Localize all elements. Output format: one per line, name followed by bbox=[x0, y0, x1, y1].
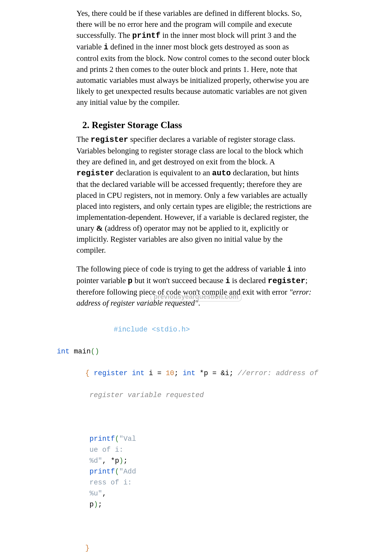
ampersand: & bbox=[96, 224, 103, 233]
heading-register-storage-class: 2. Register Storage Class bbox=[82, 119, 366, 130]
code-text: *p = &i; bbox=[196, 369, 238, 377]
text: is declared bbox=[230, 276, 268, 285]
code-paren-close: ) bbox=[94, 500, 98, 509]
text: but it won't succeed because bbox=[133, 276, 225, 285]
code-paren-open: ( bbox=[115, 468, 119, 476]
code-fn-printf: printf bbox=[85, 468, 115, 476]
code-semi: ; bbox=[98, 500, 102, 509]
code-number-10: 10 bbox=[166, 369, 174, 377]
code-register: register bbox=[268, 277, 305, 285]
code-i: i bbox=[225, 277, 230, 285]
paragraph-register-1: The register specifier declares a variab… bbox=[77, 134, 312, 256]
code-brace-open: { bbox=[85, 369, 90, 377]
text: The following piece of code is trying to… bbox=[77, 264, 287, 273]
text: The bbox=[77, 135, 91, 144]
code-fn-main: main bbox=[70, 347, 91, 356]
code-keyword-int: int bbox=[183, 369, 196, 377]
code-parens: () bbox=[91, 347, 99, 356]
code-comment: register variable requested bbox=[85, 391, 204, 399]
code-register: register bbox=[91, 135, 128, 144]
paragraph-intro: Yes, there could be if these variables a… bbox=[77, 8, 312, 108]
code-text: ; bbox=[174, 369, 183, 377]
code-keyword-int: int bbox=[132, 369, 145, 377]
paragraph-register-2: The following piece of code is trying to… bbox=[77, 263, 312, 309]
code-keyword-register: register bbox=[90, 369, 132, 377]
text: declaration is equivalent to an bbox=[114, 168, 212, 177]
code-text: i = bbox=[144, 369, 166, 377]
code-semi: ; bbox=[123, 457, 128, 465]
text: declaration, but hints that the declared… bbox=[77, 168, 312, 233]
code-include: #include <stdio.h> bbox=[114, 325, 190, 334]
code-paren-close: ) bbox=[119, 457, 124, 465]
code-auto: auto bbox=[212, 169, 231, 178]
code-i: i bbox=[104, 43, 108, 52]
code-printf: printf bbox=[132, 31, 160, 40]
text: . bbox=[198, 298, 200, 307]
code-block: #include <stdio.h> int main() { register… bbox=[57, 324, 366, 554]
code-paren-open: ( bbox=[115, 435, 119, 443]
code-register: register bbox=[77, 169, 114, 178]
text: defined in the inner most block gets des… bbox=[77, 42, 310, 107]
code-i: i bbox=[287, 265, 292, 274]
code-fn-printf: printf bbox=[85, 435, 115, 443]
code-comment: //error: address of bbox=[238, 369, 318, 377]
code-brace-close: } bbox=[85, 544, 90, 552]
code-p: p bbox=[128, 277, 133, 285]
code-text: , *p bbox=[102, 457, 119, 465]
text: (address of) operator may not be applied… bbox=[77, 224, 288, 255]
code-keyword-int: int bbox=[57, 347, 70, 356]
